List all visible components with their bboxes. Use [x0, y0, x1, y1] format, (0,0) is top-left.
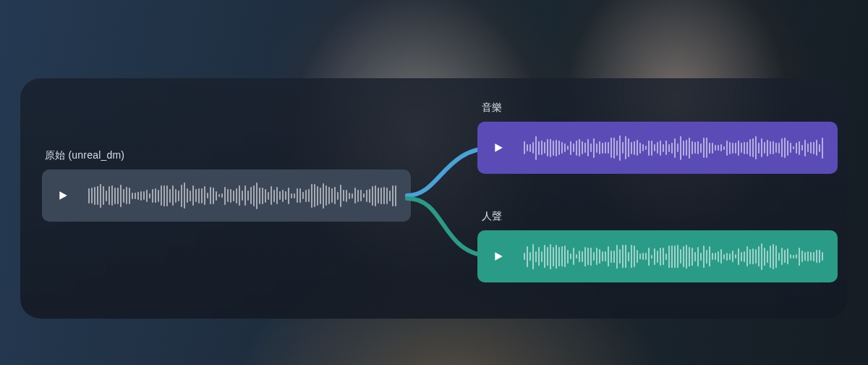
- play-button-music[interactable]: [490, 140, 506, 156]
- play-icon: [493, 143, 503, 153]
- waveform-original: [88, 181, 398, 210]
- waveform-voice: [524, 242, 825, 271]
- play-button-original[interactable]: [55, 188, 71, 204]
- music-track-label: 音樂: [482, 101, 502, 114]
- waveform-music: [524, 133, 825, 162]
- voice-track: [477, 230, 838, 282]
- play-icon: [58, 190, 68, 201]
- original-track-label: 原始 (unreal_dm): [45, 149, 124, 162]
- play-button-voice[interactable]: [490, 248, 506, 264]
- music-track: [477, 122, 838, 174]
- play-icon: [493, 251, 503, 261]
- original-track: [42, 169, 411, 222]
- audio-separation-panel: 原始 (unreal_dm) 音樂 人聲: [20, 78, 848, 319]
- voice-track-label: 人聲: [482, 210, 502, 223]
